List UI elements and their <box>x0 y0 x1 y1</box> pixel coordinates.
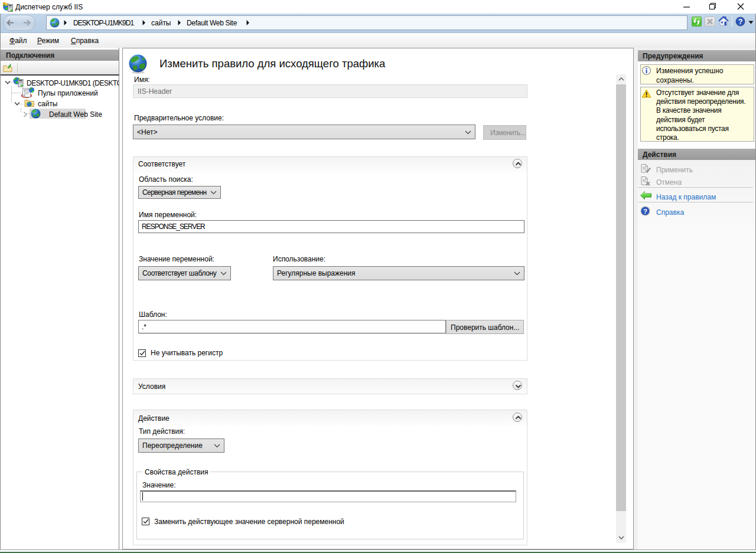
svg-text:?: ? <box>643 208 647 215</box>
svg-text:?: ? <box>738 18 743 26</box>
